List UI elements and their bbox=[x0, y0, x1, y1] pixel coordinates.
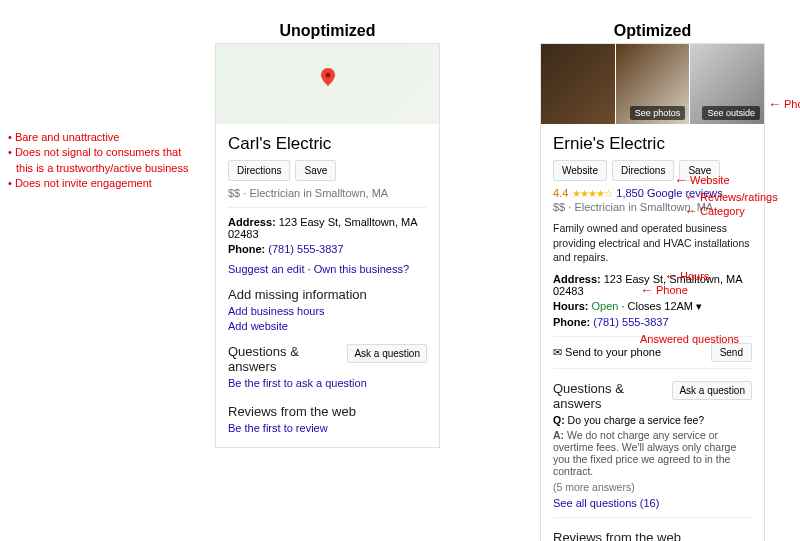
qa-question: Q: Do you charge a service fee? bbox=[553, 414, 752, 426]
directions-button[interactable]: Directions bbox=[228, 160, 290, 181]
qa-more-answers: (5 more answers) bbox=[553, 481, 752, 493]
see-photos-label[interactable]: See photos bbox=[630, 106, 686, 120]
see-all-questions-link[interactable]: See all questions (16) bbox=[553, 497, 659, 509]
stars-icon: ★★★★☆ bbox=[572, 188, 612, 199]
photo-outside[interactable]: See outside bbox=[690, 44, 764, 124]
svg-point-0 bbox=[325, 73, 330, 78]
button-row: Directions Save bbox=[228, 160, 427, 181]
reviews-heading: Reviews from the web bbox=[553, 530, 752, 541]
arrow-left-icon: ← bbox=[674, 172, 688, 188]
annotation-phone: ←Phone bbox=[640, 282, 688, 298]
critique-bullets: • Bare and unattractive • Does not signa… bbox=[8, 130, 208, 192]
phone-line: Phone: (781) 555-3837 bbox=[228, 243, 427, 255]
arrow-left-icon: ← bbox=[768, 96, 782, 112]
arrow-left-icon: ← bbox=[640, 282, 654, 298]
suggest-edit-link[interactable]: Suggest an edit bbox=[228, 263, 304, 275]
price-category: $$ · Electrician in Smalltown, MA bbox=[228, 187, 427, 199]
website-button[interactable]: Website bbox=[553, 160, 607, 181]
business-description: Family owned and operated business provi… bbox=[553, 221, 752, 265]
heading-optimized: Optimized bbox=[540, 22, 765, 40]
qa-answer: A: We do not charge any service or overt… bbox=[553, 429, 752, 477]
annotation-photos: ←Photos bbox=[768, 96, 800, 112]
phone-line: Phone: (781) 555-3837 bbox=[553, 316, 752, 328]
ask-question-button[interactable]: Ask a question bbox=[347, 344, 427, 363]
address-line: Address: 123 Easy St, Smalltown, MA 0248… bbox=[228, 216, 427, 240]
hours-line: Hours: Open · Closes 12AM ▾ bbox=[553, 300, 752, 313]
add-missing-heading: Add missing information bbox=[228, 287, 427, 302]
card-unoptimized: Carl's Electric Directions Save $$ · Ele… bbox=[215, 43, 440, 448]
add-website-link[interactable]: Add website bbox=[228, 320, 288, 332]
qa-first-link[interactable]: Be the first to ask a question bbox=[228, 377, 367, 389]
reviews-heading: Reviews from the web bbox=[228, 404, 427, 419]
arrow-left-icon: ← bbox=[684, 203, 698, 219]
heading-unoptimized: Unoptimized bbox=[215, 22, 440, 40]
own-business-link[interactable]: Own this business? bbox=[314, 263, 409, 275]
qa-heading: Ask a question Questions & answers bbox=[553, 381, 752, 411]
map-pin-icon bbox=[321, 68, 335, 88]
reviews-first-link[interactable]: Be the first to review bbox=[228, 422, 328, 434]
photo-interior-1[interactable] bbox=[541, 44, 615, 124]
qa-heading: Ask a question Questions & answers bbox=[228, 344, 427, 374]
business-title: Carl's Electric bbox=[228, 134, 427, 154]
save-button[interactable]: Save bbox=[295, 160, 336, 181]
annotation-category: ←Category bbox=[684, 203, 745, 219]
add-hours-link[interactable]: Add business hours bbox=[228, 305, 325, 317]
send-button[interactable]: Send bbox=[711, 343, 752, 362]
business-title: Ernie's Electric bbox=[553, 134, 752, 154]
rating-value: 4.4 bbox=[553, 187, 568, 199]
ask-question-button[interactable]: Ask a question bbox=[672, 381, 752, 400]
annotation-answered-questions: Answered questions bbox=[640, 333, 739, 345]
envelope-icon: ✉ bbox=[553, 346, 562, 358]
directions-button[interactable]: Directions bbox=[612, 160, 674, 181]
annotation-website: ←Website bbox=[674, 172, 730, 188]
see-outside-label[interactable]: See outside bbox=[702, 106, 760, 120]
map-placeholder[interactable] bbox=[216, 44, 439, 124]
photo-interior-2[interactable]: See photos bbox=[616, 44, 690, 124]
photo-strip: See photos See outside bbox=[541, 44, 764, 124]
